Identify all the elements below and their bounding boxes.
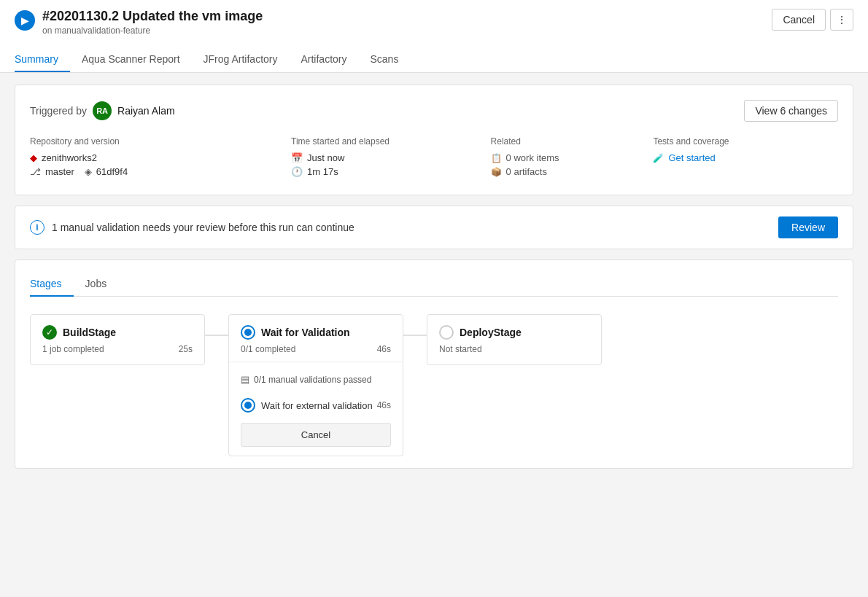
trigger-info: Triggered by RA Raiyan Alam	[30, 101, 175, 120]
validation-sub-icon: ▤	[241, 374, 249, 385]
title-area: ▶ #20201130.2 Updated the vm image on ma…	[15, 9, 263, 36]
page-header: ▶ #20201130.2 Updated the vm image on ma…	[0, 0, 868, 73]
wait-external-label: Wait for external validation	[261, 400, 373, 411]
wait-stage: Wait for Validation 0/1 completed 46s ▤ …	[228, 314, 403, 456]
wait-completed-label: 0/1 completed	[241, 344, 295, 354]
wait-box-bottom: ▤ 0/1 manual validations passed Wait for…	[229, 362, 403, 456]
elapsed-item: 🕐 1m 17s	[291, 166, 476, 177]
meta-grid: Repository and version ◆ zenithworks2 ⎇ …	[30, 136, 838, 180]
page-subtitle: on manualvalidation-feature	[42, 26, 263, 36]
deploy-stage-header: DeployStage	[439, 325, 589, 340]
build-stage-title: BuildStage	[63, 327, 116, 338]
title-text: #20201130.2 Updated the vm image on manu…	[42, 9, 263, 36]
wait-external-icon	[241, 398, 255, 413]
work-items-link[interactable]: 0 work items	[506, 152, 559, 163]
tab-aqua[interactable]: Aqua Scanner Report	[70, 47, 192, 72]
validations-label: 0/1 manual validations passed	[254, 375, 371, 385]
deploy-stage: DeployStage Not started	[427, 314, 602, 365]
connector-1	[205, 314, 228, 336]
avatar: RA	[93, 101, 112, 120]
nav-tabs: Summary Aqua Scanner Report JFrog Artifa…	[15, 47, 853, 72]
wait-stage-meta: 0/1 completed 46s	[241, 344, 391, 354]
artifacts-icon: 📦	[491, 167, 502, 177]
build-stage-meta: 1 job completed 25s	[42, 344, 193, 354]
wait-external-row: Wait for external validation 46s	[241, 391, 391, 417]
cancel-stage-button[interactable]: Cancel	[241, 423, 391, 447]
banner-left: i 1 manual validation needs your review …	[30, 220, 354, 235]
repo-label: Repository and version	[30, 136, 276, 147]
stages-flow: ✓ BuildStage 1 job completed 25s Wait fo…	[30, 314, 838, 456]
view-changes-button[interactable]: View 6 changes	[744, 100, 838, 122]
wait-external-time: 46s	[377, 400, 391, 410]
header-top: ▶ #20201130.2 Updated the vm image on ma…	[15, 9, 853, 42]
tab-jobs[interactable]: Jobs	[74, 272, 119, 297]
connector-2	[403, 314, 427, 336]
clock-icon: 🕐	[291, 166, 303, 177]
deploy-not-started-icon	[439, 325, 454, 340]
build-job-label: 1 job completed	[42, 344, 104, 354]
commit-icon: ◈	[85, 166, 92, 177]
main-content: Triggered by RA Raiyan Alam View 6 chang…	[0, 73, 868, 480]
tab-artifactory[interactable]: Artifactory	[289, 47, 358, 72]
get-started-item: 🧪 Get started	[653, 152, 838, 163]
wait-box-top: Wait for Validation 0/1 completed 46s	[229, 315, 403, 362]
branch-icon: ⎇	[30, 166, 41, 177]
started-item: 📅 Just now	[291, 152, 476, 163]
calendar-icon: 📅	[291, 152, 303, 163]
time-section: Time started and elapsed 📅 Just now 🕐 1m…	[291, 136, 476, 180]
repo-item: ◆ zenithworks2	[30, 152, 276, 163]
deploy-not-started-label: Not started	[439, 344, 482, 354]
tests-label: Tests and coverage	[653, 136, 838, 147]
tab-scans[interactable]: Scans	[358, 47, 410, 72]
validation-banner: i 1 manual validation needs your review …	[15, 206, 853, 249]
pipeline-icon: ▶	[15, 10, 35, 31]
repo-icon: ◆	[30, 152, 37, 163]
started-value: Just now	[307, 152, 344, 163]
deploy-stage-title: DeployStage	[460, 327, 522, 338]
branch-name: master	[45, 166, 74, 177]
review-button[interactable]: Review	[778, 216, 838, 238]
wait-external-left: Wait for external validation	[241, 398, 373, 413]
related-label: Related	[491, 136, 639, 147]
tests-icon: 🧪	[653, 153, 664, 163]
stages-tabs: Stages Jobs	[30, 272, 838, 297]
work-items-icon: 📋	[491, 153, 502, 163]
stages-card: Stages Jobs ✓ BuildStage 1 job completed…	[15, 260, 853, 469]
more-menu-button[interactable]: ⋮	[830, 9, 853, 31]
connector-line-2	[403, 335, 427, 336]
wait-stage-header: Wait for Validation	[241, 325, 391, 340]
header-actions: Cancel ⋮	[772, 9, 853, 31]
branch-item: ⎇ master ◈ 61df9f4	[30, 166, 276, 177]
validations-passed: ▤ 0/1 manual validations passed	[241, 368, 391, 391]
cancel-button[interactable]: Cancel	[772, 9, 826, 31]
connector-line-1	[205, 335, 228, 336]
tests-section: Tests and coverage 🧪 Get started	[653, 136, 838, 180]
get-started-link[interactable]: Get started	[668, 152, 715, 163]
trigger-user: Raiyan Alam	[117, 105, 175, 117]
elapsed-value: 1m 17s	[307, 166, 338, 177]
wait-time: 46s	[377, 344, 391, 354]
artifacts-link[interactable]: 0 artifacts	[506, 166, 547, 177]
wait-stage-title: Wait for Validation	[261, 327, 350, 338]
tab-summary[interactable]: Summary	[15, 47, 70, 72]
summary-card: Triggered by RA Raiyan Alam View 6 chang…	[15, 85, 853, 195]
tab-jfrog[interactable]: JFrog Artifactory	[192, 47, 290, 72]
time-label: Time started and elapsed	[291, 136, 476, 147]
deploy-stage-meta: Not started	[439, 344, 589, 354]
build-success-icon: ✓	[42, 325, 57, 340]
artifacts-item: 📦 0 artifacts	[491, 166, 639, 177]
related-section: Related 📋 0 work items 📦 0 artifacts	[491, 136, 639, 180]
wait-in-progress-icon	[241, 325, 255, 340]
build-stage: ✓ BuildStage 1 job completed 25s	[30, 314, 205, 365]
tab-stages[interactable]: Stages	[30, 272, 74, 297]
page-title: #20201130.2 Updated the vm image	[42, 9, 263, 24]
trigger-row: Triggered by RA Raiyan Alam View 6 chang…	[30, 100, 838, 122]
commit-hash: 61df9f4	[96, 166, 128, 177]
repo-name: zenithworks2	[42, 152, 97, 163]
work-items-item: 📋 0 work items	[491, 152, 639, 163]
build-stage-header: ✓ BuildStage	[42, 325, 193, 340]
build-time: 25s	[179, 344, 193, 354]
validation-message: 1 manual validation needs your review be…	[52, 222, 354, 233]
triggered-by-label: Triggered by	[30, 105, 87, 117]
info-icon: i	[30, 220, 44, 235]
